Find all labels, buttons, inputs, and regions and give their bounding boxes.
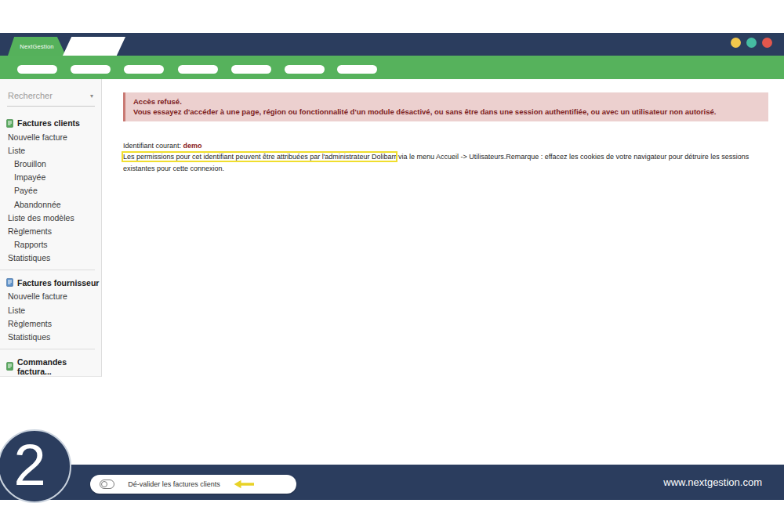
- invoice-icon: [6, 278, 13, 287]
- sidebar-section-factures-clients[interactable]: Factures clients: [0, 117, 101, 130]
- window-dot-teal: [746, 38, 757, 48]
- window-dot-red: [762, 38, 772, 48]
- website-link[interactable]: www.nextgestion.com: [663, 465, 762, 500]
- blank-tab: [63, 37, 125, 56]
- step-number: 2: [13, 431, 45, 500]
- sidebar-item-rapports[interactable]: Rapports: [0, 238, 101, 252]
- sidebar: Rechercher ▾ Factures clients Nouvelle f…: [0, 79, 102, 377]
- nav-pill-5[interactable]: [231, 65, 271, 74]
- window-dot-yellow: [731, 38, 741, 48]
- sidebar-item-reglements-fournisseur[interactable]: Règlements: [0, 317, 101, 330]
- document-icon: [6, 362, 13, 371]
- sidebar-section-commandes[interactable]: Commandes factura...: [0, 356, 101, 378]
- current-user-label: Identifiant courant:: [123, 142, 183, 150]
- brand-tab: NextGestion: [8, 37, 66, 56]
- access-denied-alert: Accès refusé. Vous essayez d'accéder à u…: [123, 92, 768, 121]
- left-arrow-icon: [234, 480, 254, 489]
- nav-pill-4[interactable]: [178, 65, 218, 74]
- nav-pill-7[interactable]: [337, 65, 377, 74]
- sidebar-item-statistiques-fournisseur[interactable]: Statistiques: [0, 330, 101, 343]
- sidebar-item-impayee[interactable]: Impayée: [0, 171, 101, 184]
- sidebar-item-brouillon[interactable]: Brouillon: [0, 157, 101, 170]
- alert-title: Accès refusé.: [133, 96, 760, 107]
- current-user-line: Identifiant courant: demo: [123, 142, 202, 150]
- permissions-paragraph: Les permissions pour cet identifiant peu…: [123, 151, 766, 174]
- sidebar-item-payee[interactable]: Payée: [0, 184, 101, 197]
- sidebar-item-nouvelle-facture[interactable]: Nouvelle facture: [0, 130, 101, 143]
- devalider-toggle-button[interactable]: Dé-valider les factures clients: [90, 475, 296, 494]
- step-number-badge: 2: [0, 429, 71, 503]
- toggle-off-icon[interactable]: [100, 480, 114, 489]
- sidebar-item-abandonnee[interactable]: Abandonnée: [0, 197, 101, 211]
- sidebar-item-liste-fournisseur[interactable]: Liste: [0, 303, 101, 317]
- search-input[interactable]: Rechercher ▾: [7, 89, 95, 107]
- nav-pill-2[interactable]: [71, 65, 111, 74]
- sidebar-item-reglements[interactable]: Règlements: [0, 224, 101, 237]
- alert-message: Vous essayez d'accéder à une page, régio…: [133, 107, 760, 117]
- sidebar-item-nouvelle-facture-fournisseur[interactable]: Nouvelle facture: [0, 290, 101, 303]
- main-navbar: [0, 56, 784, 79]
- sidebar-section-factures-fournisseur[interactable]: Factures fournisseur: [0, 277, 101, 290]
- sidebar-divider: [0, 270, 95, 270]
- sidebar-menu: Factures clients Nouvelle facture Liste …: [0, 107, 101, 378]
- toggle-label: Dé-valider les factures clients: [114, 480, 234, 488]
- current-user-value: demo: [183, 142, 202, 150]
- nav-pill-1[interactable]: [17, 65, 57, 74]
- section-title-label: Commandes factura...: [17, 357, 101, 376]
- invoice-icon: [6, 119, 13, 128]
- sidebar-item-statistiques[interactable]: Statistiques: [0, 252, 101, 265]
- section-title-label: Factures clients: [17, 118, 80, 128]
- nav-pill-6[interactable]: [285, 65, 325, 74]
- highlighted-text: Les permissions pour cet identifiant peu…: [123, 153, 396, 161]
- chevron-down-icon[interactable]: ▾: [90, 92, 93, 100]
- sidebar-item-liste[interactable]: Liste: [0, 143, 101, 157]
- section-title-label: Factures fournisseur: [17, 278, 99, 288]
- search-placeholder: Rechercher: [8, 91, 53, 100]
- sidebar-divider: [0, 349, 95, 349]
- nav-pill-3[interactable]: [124, 65, 164, 74]
- sidebar-item-liste-des-modeles[interactable]: Liste des modèles: [0, 211, 101, 224]
